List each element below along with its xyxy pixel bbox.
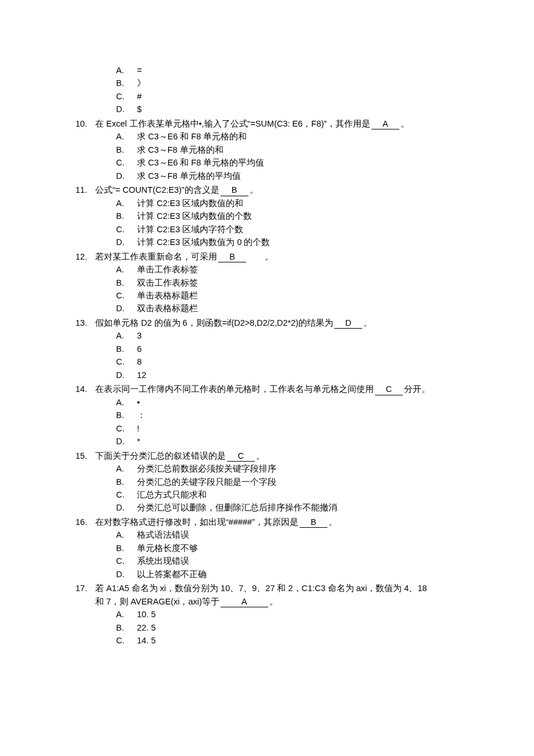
option-row: A.分类汇总前数据必须按关键字段排序 (116, 462, 464, 475)
question-item: 16.在对数字格式进行修改时，如出现“#####”，其原因是B。A.格式语法错误… (75, 516, 464, 581)
question-text-pre: 在 Excel 工作表某单元格中•,输入了公式“=SUM(C3: E6，F8)”… (95, 119, 370, 128)
option-text: 3 (137, 329, 142, 342)
option-row: D.分类汇总可以删除，但删除汇总后排序操作不能撤消 (116, 501, 464, 514)
option-text: $ (137, 103, 142, 116)
option-letter: D. (116, 501, 137, 514)
question-text-pre: 在对数字格式进行修改时，如出现“#####”，其原因是 (95, 517, 298, 527)
option-letter: B. (116, 542, 137, 555)
option-letter: A. (116, 528, 137, 541)
option-letter: A. (116, 608, 137, 621)
option-row: B.计算 C2:E3 区域内数值的个数 (116, 210, 464, 222)
question-continuation: 和 7，则 AVERAGE(xi，axi)等于A。 (75, 595, 464, 608)
orphan-options-block: A.=B.》C.#D.$ (75, 64, 464, 116)
option-text: 14. 5 (137, 634, 156, 647)
option-letter: C. (116, 555, 137, 567)
question-stem: 15.下面关于分类汇总的叙述错误的是C。 (75, 449, 464, 462)
option-text: 10. 5 (137, 608, 156, 621)
option-text: * (137, 435, 140, 448)
option-text: 计算 C2:E3 区域内字符个数 (137, 223, 243, 236)
option-letter: C. (116, 355, 137, 368)
option-letter: B. (116, 343, 137, 355)
question-text-pre: 在表示同一工作簿内不同工作表的单元格时，工作表名与单元格之间使用 (95, 384, 374, 394)
option-list: A.求 C3～E6 和 F8 单元格的和B.求 C3～F8 单元格的和C.求 C… (75, 130, 464, 182)
option-row: C.单击表格标题栏 (116, 289, 464, 302)
option-row: B.》 (116, 77, 464, 89)
option-letter: C. (116, 156, 137, 169)
question-item: 17.若 A1:A5 命名为 xi，数值分别为 10、7、9、27 和 2，C1… (75, 582, 464, 647)
question-item: 13.假如单元格 D2 的值为 6，则函数=if(D2>8,D2/2,D2*2)… (75, 316, 464, 381)
question-list: A.=B.》C.#D.$10.在 Excel 工作表某单元格中•,输入了公式“=… (75, 64, 464, 647)
option-row: A.• (116, 396, 464, 409)
option-letter: C. (116, 488, 137, 501)
option-row: B.单元格长度不够 (116, 542, 464, 555)
option-row: B.求 C3～F8 单元格的和 (116, 143, 464, 156)
option-text: 求 C3～E6 和 F8 单元格的平均值 (137, 156, 264, 169)
option-row: B.22. 5 (116, 621, 464, 634)
question-number: 13. (75, 316, 95, 329)
question-text-post: 分开。 (404, 384, 430, 394)
option-letter: A. (116, 462, 137, 475)
option-text: 计算 C2:E3 区域内数值的个数 (137, 210, 252, 222)
option-text: 计算 C2:E3 区域内数值的和 (137, 197, 243, 210)
option-row: D.计算 C2:E3 区域内数值为 0 的个数 (116, 236, 464, 249)
question-text-post: 。 (363, 318, 372, 327)
answer-blank: B (218, 252, 246, 262)
option-text: ： (137, 409, 146, 422)
option-text: • (137, 396, 140, 409)
question-item: 11.公式“= COUNT(C2:E3)”的含义是B。A.计算 C2:E3 区域… (75, 183, 464, 249)
question-text-pre: 假如单元格 D2 的值为 6，则函数=if(D2>8,D2/2,D2*2)的结果… (95, 318, 333, 327)
question-text-wrap: 在表示同一工作簿内不同工作表的单元格时，工作表名与单元格之间使用C分开。 (95, 383, 430, 395)
question-text-post: 。 (269, 597, 278, 606)
question-stem: 14.在表示同一工作簿内不同工作表的单元格时，工作表名与单元格之间使用C分开。 (75, 383, 464, 395)
question-text-post: 。 (247, 252, 273, 261)
option-letter: A. (116, 329, 137, 342)
answer-blank: B (221, 185, 248, 196)
option-list: A.10. 5B.22. 5C. 14. 5 (75, 608, 464, 647)
question-stem: 10.在 Excel 工作表某单元格中•,输入了公式“=SUM(C3: E6，F… (75, 117, 464, 130)
question-text-post: 。 (250, 185, 258, 195)
option-row: C.求 C3～E6 和 F8 单元格的平均值 (116, 156, 464, 169)
option-text: 分类汇总可以删除，但删除汇总后排序操作不能撤消 (137, 501, 337, 514)
option-text: 双击工作表标签 (137, 276, 198, 289)
question-stem: 12.若对某工作表重新命名，可采用B 。 (75, 250, 464, 263)
question-item: 14.在表示同一工作簿内不同工作表的单元格时，工作表名与单元格之间使用C分开。A… (75, 383, 464, 448)
option-row: C.系统出现错误 (116, 555, 464, 567)
option-row: A.计算 C2:E3 区域内数值的和 (116, 197, 464, 210)
question-stem: 16.在对数字格式进行修改时，如出现“#####”，其原因是B。 (75, 516, 464, 528)
option-text: 求 C3～F8 单元格的平均值 (137, 170, 241, 182)
option-row: D.12 (116, 369, 464, 381)
option-text: 单击工作表标签 (137, 263, 198, 276)
question-item: 10.在 Excel 工作表某单元格中•,输入了公式“=SUM(C3: E6，F… (75, 117, 464, 182)
option-text: 求 C3～F8 单元格的和 (137, 143, 223, 156)
question-text-post: 。 (400, 119, 409, 128)
option-text: 汇总方式只能求和 (137, 488, 207, 501)
option-row: A.求 C3～E6 和 F8 单元格的和 (116, 130, 464, 143)
option-letter: C. (116, 223, 137, 236)
question-text-post: 。 (329, 517, 337, 527)
option-letter: D. (116, 302, 137, 315)
option-row: D.$ (116, 103, 464, 116)
option-row: B.： (116, 409, 464, 422)
question-number: 11. (75, 183, 95, 196)
option-letter: C. (116, 90, 137, 103)
option-text: 计算 C2:E3 区域内数值为 0 的个数 (137, 236, 270, 249)
option-row: C.# (116, 90, 464, 103)
option-letter: B. (116, 276, 137, 289)
option-text: 22. 5 (137, 621, 156, 634)
option-letter: D. (116, 568, 137, 581)
option-row: C.计算 C2:E3 区域内字符个数 (116, 223, 464, 236)
question-stem: 17.若 A1:A5 命名为 xi，数值分别为 10、7、9、27 和 2，C1… (75, 582, 464, 595)
option-list: A.格式语法错误B.单元格长度不够C.系统出现错误D.以上答案都不正确 (75, 528, 464, 581)
option-row: A.3 (116, 329, 464, 342)
option-row: C.! (116, 422, 464, 435)
option-list: A.•B.：C.!D.* (75, 396, 464, 448)
question-number: 16. (75, 516, 95, 528)
question-text-pre: 公式“= COUNT(C2:E3)”的含义是 (95, 185, 219, 195)
option-text: 》 (137, 77, 146, 89)
question-text-wrap: 假如单元格 D2 的值为 6，则函数=if(D2>8,D2/2,D2*2)的结果… (95, 316, 372, 329)
option-row: A.格式语法错误 (116, 528, 464, 541)
option-letter: A. (116, 64, 137, 77)
answer-blank: D (334, 318, 362, 329)
option-row: A.单击工作表标签 (116, 263, 464, 276)
option-letter: C. (116, 422, 137, 435)
